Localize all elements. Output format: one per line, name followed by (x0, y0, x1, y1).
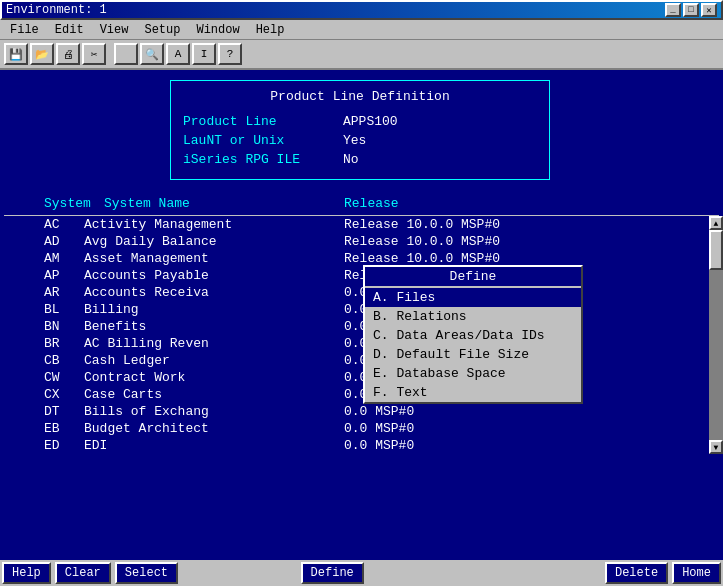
product-field-value: Yes (343, 133, 366, 148)
row-release: 0.0 MSP#0 (344, 404, 719, 419)
maximize-button[interactable]: □ (683, 3, 699, 17)
fkey-delete[interactable]: Delete (605, 562, 668, 584)
toolbar-btn-2[interactable]: 🖨 (56, 43, 80, 65)
product-field-value: APPS100 (343, 114, 398, 129)
context-menu-item-c[interactable]: C. Data Areas/Data IDs (365, 326, 581, 345)
row-system-name: Asset Management (84, 251, 344, 266)
row-release: 0.0 MSP#0 (344, 438, 719, 453)
product-definition-box: Product Line Definition Product LineAPPS… (170, 80, 550, 180)
column-headers: System System Name Release (4, 190, 719, 216)
fkey-help[interactable]: Help (2, 562, 51, 584)
row-system-name: Contract Work (84, 370, 344, 385)
menu-item-setup[interactable]: Setup (136, 21, 188, 39)
product-field-label: Product Line (183, 114, 343, 129)
scroll-up-button[interactable]: ▲ (709, 216, 723, 230)
row-system: AP (4, 268, 84, 283)
row-system-name: Benefits (84, 319, 344, 334)
close-button[interactable]: ✕ (701, 3, 717, 17)
row-system: BR (4, 336, 84, 351)
table-row[interactable]: APAccounts PayableRelease 10.0.0 MSP#0 (0, 267, 723, 284)
product-field-row: iSeries RPG ILENo (183, 152, 537, 167)
col-release-header: Release (344, 196, 719, 211)
scroll-thumb[interactable] (709, 230, 723, 270)
scroll-down-button[interactable]: ▼ (709, 440, 723, 454)
table-row[interactable]: BRAC Billing Reven0.0 MSP#0 (0, 335, 723, 352)
row-release: 0.0 MSP#0 (344, 421, 719, 436)
table-row[interactable]: CBCash Ledger0.0 MSP#0 (0, 352, 723, 369)
toolbar-btn-1[interactable]: 📂 (30, 43, 54, 65)
row-system-name: Accounts Receiva (84, 285, 344, 300)
row-system: BN (4, 319, 84, 334)
menu-item-edit[interactable]: Edit (47, 21, 92, 39)
context-menu-item-f[interactable]: F. Text (365, 383, 581, 402)
col-system-header: System (4, 196, 84, 211)
row-system-name: Accounts Payable (84, 268, 344, 283)
row-system-name: Budget Architect (84, 421, 344, 436)
row-system-name: AC Billing Reven (84, 336, 344, 351)
product-def-title: Product Line Definition (183, 89, 537, 104)
window-title: Environment: 1 (6, 3, 107, 17)
fkey-select[interactable]: Select (115, 562, 178, 584)
row-system: AR (4, 285, 84, 300)
table-row[interactable]: BNBenefits0.0 MSP#0 (0, 318, 723, 335)
context-menu-title: Define (365, 267, 581, 286)
table-row[interactable]: EBBudget Architect0.0 MSP#0 (0, 420, 723, 437)
menu-item-view[interactable]: View (92, 21, 137, 39)
menu-item-window[interactable]: Window (188, 21, 247, 39)
table-row[interactable]: ARAccounts Receiva0.0 MSP#0 (0, 284, 723, 301)
scroll-track[interactable] (709, 230, 723, 440)
col-system-name-header: System Name (84, 196, 344, 211)
row-system-name: Avg Daily Balance (84, 234, 344, 249)
toolbar-btn-4[interactable] (114, 43, 138, 65)
table-row[interactable]: ADAvg Daily BalanceRelease 10.0.0 MSP#0 (0, 233, 723, 250)
row-release: Release 10.0.0 MSP#0 (344, 234, 719, 249)
fkey-clear[interactable]: Clear (55, 562, 111, 584)
context-menu-item-a[interactable]: A. Files (365, 288, 581, 307)
minimize-button[interactable]: _ (665, 3, 681, 17)
product-field-row: LauNT or UnixYes (183, 133, 537, 148)
row-system-name: Bills of Exchang (84, 404, 344, 419)
fkey-home[interactable]: Home (672, 562, 721, 584)
row-system: CX (4, 387, 84, 402)
row-system: AD (4, 234, 84, 249)
toolbar-btn-0[interactable]: 💾 (4, 43, 28, 65)
row-system: BL (4, 302, 84, 317)
product-field-label: LauNT or Unix (183, 133, 343, 148)
scrollbar[interactable]: ▲ ▼ (709, 216, 723, 454)
toolbar-btn-3[interactable]: ✂ (82, 43, 106, 65)
context-menu-item-e[interactable]: E. Database Space (365, 364, 581, 383)
toolbar-btn-6[interactable]: A (166, 43, 190, 65)
context-menu-item-b[interactable]: B. Relations (365, 307, 581, 326)
context-menu: Define A. FilesB. RelationsC. Data Areas… (363, 265, 583, 404)
status-bar: HelpClearSelectDefineDeleteHome (0, 560, 723, 586)
table-row[interactable]: EDEDI0.0 MSP#0 (0, 437, 723, 454)
toolbar-btn-8[interactable]: ? (218, 43, 242, 65)
context-menu-item-d[interactable]: D. Default File Size (365, 345, 581, 364)
title-buttons: _ □ ✕ (665, 3, 717, 17)
row-system-name: Billing (84, 302, 344, 317)
menu-bar: FileEditViewSetupWindowHelp (0, 20, 723, 40)
table-row[interactable]: DTBills of Exchang0.0 MSP#0 (0, 403, 723, 420)
product-field-row: Product LineAPPS100 (183, 114, 537, 129)
fkey-define[interactable]: Define (301, 562, 364, 584)
toolbar-btn-5[interactable]: 🔍 (140, 43, 164, 65)
table-row[interactable]: BLBilling0.0 MSP#0 (0, 301, 723, 318)
row-system: EB (4, 421, 84, 436)
table-row[interactable]: ACActivity ManagementRelease 10.0.0 MSP#… (0, 216, 723, 233)
window-title-bar: Environment: 1 _ □ ✕ (0, 0, 723, 20)
row-system-name: Case Carts (84, 387, 344, 402)
table-row[interactable]: CXCase Carts0.0 MSP#0 (0, 386, 723, 403)
row-system: CW (4, 370, 84, 385)
row-release: Release 10.0.0 MSP#0 (344, 251, 719, 266)
row-system: AC (4, 217, 84, 232)
table-row[interactable]: CWContract Work0.0 MSP#0 (0, 369, 723, 386)
toolbar: 💾📂🖨✂🔍AI? (0, 40, 723, 70)
product-field-value: No (343, 152, 359, 167)
row-system: ED (4, 438, 84, 453)
table-row[interactable]: AMAsset ManagementRelease 10.0.0 MSP#0 (0, 250, 723, 267)
menu-item-file[interactable]: File (2, 21, 47, 39)
menu-item-help[interactable]: Help (248, 21, 293, 39)
row-system: CB (4, 353, 84, 368)
row-release: Release 10.0.0 MSP#0 (344, 217, 719, 232)
toolbar-btn-7[interactable]: I (192, 43, 216, 65)
